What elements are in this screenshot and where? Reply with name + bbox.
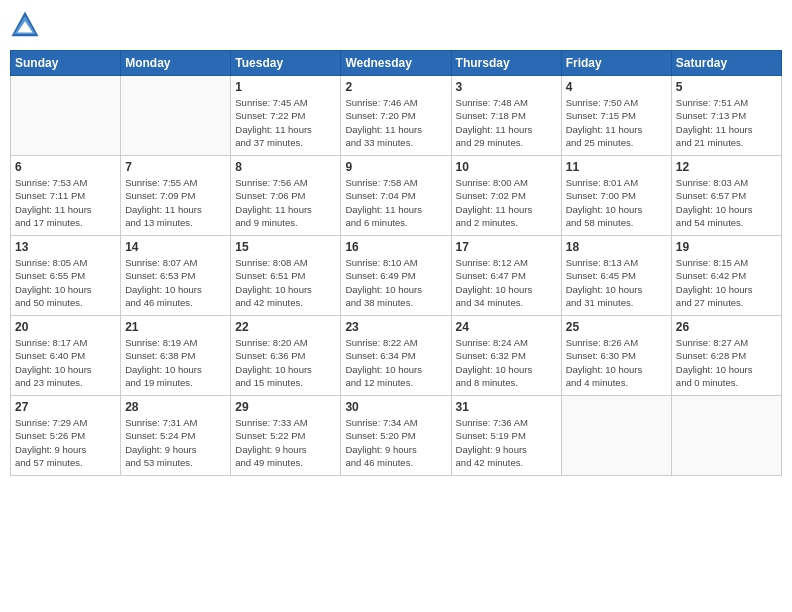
day-info: Sunrise: 8:19 AM Sunset: 6:38 PM Dayligh… <box>125 336 226 389</box>
day-info: Sunrise: 7:29 AM Sunset: 5:26 PM Dayligh… <box>15 416 116 469</box>
day-info: Sunrise: 8:27 AM Sunset: 6:28 PM Dayligh… <box>676 336 777 389</box>
day-info: Sunrise: 7:53 AM Sunset: 7:11 PM Dayligh… <box>15 176 116 229</box>
day-number: 6 <box>15 160 116 174</box>
day-info: Sunrise: 7:48 AM Sunset: 7:18 PM Dayligh… <box>456 96 557 149</box>
calendar-day: 28Sunrise: 7:31 AM Sunset: 5:24 PM Dayli… <box>121 396 231 476</box>
calendar-day: 27Sunrise: 7:29 AM Sunset: 5:26 PM Dayli… <box>11 396 121 476</box>
day-info: Sunrise: 8:17 AM Sunset: 6:40 PM Dayligh… <box>15 336 116 389</box>
logo <box>10 10 44 40</box>
day-info: Sunrise: 7:58 AM Sunset: 7:04 PM Dayligh… <box>345 176 446 229</box>
calendar-day <box>11 76 121 156</box>
calendar-day: 24Sunrise: 8:24 AM Sunset: 6:32 PM Dayli… <box>451 316 561 396</box>
calendar-day: 1Sunrise: 7:45 AM Sunset: 7:22 PM Daylig… <box>231 76 341 156</box>
calendar-week-row: 1Sunrise: 7:45 AM Sunset: 7:22 PM Daylig… <box>11 76 782 156</box>
day-info: Sunrise: 8:15 AM Sunset: 6:42 PM Dayligh… <box>676 256 777 309</box>
calendar-day: 29Sunrise: 7:33 AM Sunset: 5:22 PM Dayli… <box>231 396 341 476</box>
day-info: Sunrise: 7:56 AM Sunset: 7:06 PM Dayligh… <box>235 176 336 229</box>
day-number: 21 <box>125 320 226 334</box>
weekday-header: Tuesday <box>231 51 341 76</box>
day-info: Sunrise: 8:22 AM Sunset: 6:34 PM Dayligh… <box>345 336 446 389</box>
day-info: Sunrise: 8:08 AM Sunset: 6:51 PM Dayligh… <box>235 256 336 309</box>
calendar-day: 19Sunrise: 8:15 AM Sunset: 6:42 PM Dayli… <box>671 236 781 316</box>
calendar-day: 2Sunrise: 7:46 AM Sunset: 7:20 PM Daylig… <box>341 76 451 156</box>
day-number: 19 <box>676 240 777 254</box>
weekday-header: Monday <box>121 51 231 76</box>
weekday-header: Wednesday <box>341 51 451 76</box>
day-info: Sunrise: 8:01 AM Sunset: 7:00 PM Dayligh… <box>566 176 667 229</box>
weekday-header: Thursday <box>451 51 561 76</box>
day-info: Sunrise: 8:10 AM Sunset: 6:49 PM Dayligh… <box>345 256 446 309</box>
day-number: 3 <box>456 80 557 94</box>
day-number: 9 <box>345 160 446 174</box>
calendar-day: 12Sunrise: 8:03 AM Sunset: 6:57 PM Dayli… <box>671 156 781 236</box>
day-info: Sunrise: 7:33 AM Sunset: 5:22 PM Dayligh… <box>235 416 336 469</box>
logo-icon <box>10 10 40 40</box>
calendar-week-row: 27Sunrise: 7:29 AM Sunset: 5:26 PM Dayli… <box>11 396 782 476</box>
day-info: Sunrise: 7:34 AM Sunset: 5:20 PM Dayligh… <box>345 416 446 469</box>
day-info: Sunrise: 7:51 AM Sunset: 7:13 PM Dayligh… <box>676 96 777 149</box>
day-number: 1 <box>235 80 336 94</box>
calendar-day: 22Sunrise: 8:20 AM Sunset: 6:36 PM Dayli… <box>231 316 341 396</box>
weekday-header: Sunday <box>11 51 121 76</box>
calendar-day: 3Sunrise: 7:48 AM Sunset: 7:18 PM Daylig… <box>451 76 561 156</box>
calendar: SundayMondayTuesdayWednesdayThursdayFrid… <box>10 50 782 476</box>
calendar-day: 11Sunrise: 8:01 AM Sunset: 7:00 PM Dayli… <box>561 156 671 236</box>
calendar-day: 14Sunrise: 8:07 AM Sunset: 6:53 PM Dayli… <box>121 236 231 316</box>
day-number: 7 <box>125 160 226 174</box>
day-info: Sunrise: 8:07 AM Sunset: 6:53 PM Dayligh… <box>125 256 226 309</box>
day-info: Sunrise: 7:45 AM Sunset: 7:22 PM Dayligh… <box>235 96 336 149</box>
day-number: 5 <box>676 80 777 94</box>
calendar-day: 7Sunrise: 7:55 AM Sunset: 7:09 PM Daylig… <box>121 156 231 236</box>
day-info: Sunrise: 7:46 AM Sunset: 7:20 PM Dayligh… <box>345 96 446 149</box>
calendar-day: 5Sunrise: 7:51 AM Sunset: 7:13 PM Daylig… <box>671 76 781 156</box>
day-number: 25 <box>566 320 667 334</box>
day-number: 13 <box>15 240 116 254</box>
calendar-day: 26Sunrise: 8:27 AM Sunset: 6:28 PM Dayli… <box>671 316 781 396</box>
day-info: Sunrise: 8:12 AM Sunset: 6:47 PM Dayligh… <box>456 256 557 309</box>
calendar-day: 15Sunrise: 8:08 AM Sunset: 6:51 PM Dayli… <box>231 236 341 316</box>
day-info: Sunrise: 8:13 AM Sunset: 6:45 PM Dayligh… <box>566 256 667 309</box>
calendar-day: 13Sunrise: 8:05 AM Sunset: 6:55 PM Dayli… <box>11 236 121 316</box>
day-number: 11 <box>566 160 667 174</box>
day-number: 10 <box>456 160 557 174</box>
calendar-day: 17Sunrise: 8:12 AM Sunset: 6:47 PM Dayli… <box>451 236 561 316</box>
day-number: 28 <box>125 400 226 414</box>
calendar-day: 9Sunrise: 7:58 AM Sunset: 7:04 PM Daylig… <box>341 156 451 236</box>
calendar-day: 10Sunrise: 8:00 AM Sunset: 7:02 PM Dayli… <box>451 156 561 236</box>
calendar-day: 18Sunrise: 8:13 AM Sunset: 6:45 PM Dayli… <box>561 236 671 316</box>
day-number: 16 <box>345 240 446 254</box>
calendar-day: 4Sunrise: 7:50 AM Sunset: 7:15 PM Daylig… <box>561 76 671 156</box>
calendar-day: 6Sunrise: 7:53 AM Sunset: 7:11 PM Daylig… <box>11 156 121 236</box>
day-info: Sunrise: 8:26 AM Sunset: 6:30 PM Dayligh… <box>566 336 667 389</box>
calendar-day: 20Sunrise: 8:17 AM Sunset: 6:40 PM Dayli… <box>11 316 121 396</box>
calendar-day <box>671 396 781 476</box>
day-number: 29 <box>235 400 336 414</box>
weekday-header-row: SundayMondayTuesdayWednesdayThursdayFrid… <box>11 51 782 76</box>
calendar-day: 30Sunrise: 7:34 AM Sunset: 5:20 PM Dayli… <box>341 396 451 476</box>
day-number: 2 <box>345 80 446 94</box>
day-number: 24 <box>456 320 557 334</box>
calendar-week-row: 20Sunrise: 8:17 AM Sunset: 6:40 PM Dayli… <box>11 316 782 396</box>
calendar-day <box>561 396 671 476</box>
day-info: Sunrise: 7:55 AM Sunset: 7:09 PM Dayligh… <box>125 176 226 229</box>
day-info: Sunrise: 8:03 AM Sunset: 6:57 PM Dayligh… <box>676 176 777 229</box>
day-number: 27 <box>15 400 116 414</box>
calendar-day: 25Sunrise: 8:26 AM Sunset: 6:30 PM Dayli… <box>561 316 671 396</box>
day-number: 22 <box>235 320 336 334</box>
day-number: 20 <box>15 320 116 334</box>
day-number: 31 <box>456 400 557 414</box>
day-info: Sunrise: 8:24 AM Sunset: 6:32 PM Dayligh… <box>456 336 557 389</box>
day-info: Sunrise: 7:50 AM Sunset: 7:15 PM Dayligh… <box>566 96 667 149</box>
day-info: Sunrise: 7:31 AM Sunset: 5:24 PM Dayligh… <box>125 416 226 469</box>
day-info: Sunrise: 8:05 AM Sunset: 6:55 PM Dayligh… <box>15 256 116 309</box>
day-number: 4 <box>566 80 667 94</box>
day-number: 14 <box>125 240 226 254</box>
page-header <box>10 10 782 40</box>
calendar-week-row: 13Sunrise: 8:05 AM Sunset: 6:55 PM Dayli… <box>11 236 782 316</box>
calendar-day: 8Sunrise: 7:56 AM Sunset: 7:06 PM Daylig… <box>231 156 341 236</box>
weekday-header: Saturday <box>671 51 781 76</box>
day-number: 23 <box>345 320 446 334</box>
weekday-header: Friday <box>561 51 671 76</box>
day-info: Sunrise: 8:20 AM Sunset: 6:36 PM Dayligh… <box>235 336 336 389</box>
day-info: Sunrise: 7:36 AM Sunset: 5:19 PM Dayligh… <box>456 416 557 469</box>
